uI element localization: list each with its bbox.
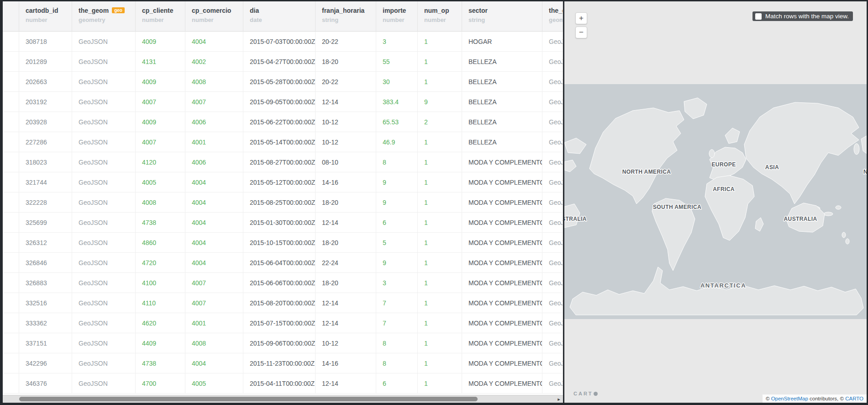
cell-sector[interactable]: MODA Y COMPLEMENTOS [462, 293, 542, 313]
cell-cp_cliente[interactable]: 4008 [136, 192, 185, 213]
cell-dia[interactable]: 2015-05-12T00:00:00Z [243, 172, 316, 192]
cell-sector[interactable]: MODA Y COMPLEMENTOS [462, 152, 542, 172]
cell-num_op[interactable]: 9 [418, 92, 462, 112]
column-header-cartodb_id[interactable]: cartodb_idnumber [19, 1, 72, 32]
cell-cp_comercio[interactable]: 4006 [185, 112, 243, 132]
cell-cp_cliente[interactable]: 4738 [136, 353, 185, 373]
cell-the_g[interactable]: GeoJS [542, 52, 563, 72]
cell-importe[interactable]: 3 [376, 32, 418, 52]
cell-cp_cliente[interactable]: 4009 [136, 32, 185, 52]
cell-the_g[interactable]: GeoJS [542, 293, 563, 313]
cell-the_g[interactable]: GeoJS [542, 213, 563, 233]
cell-cp_cliente[interactable]: 4700 [136, 373, 185, 394]
column-header-importe[interactable]: importenumber [376, 1, 418, 32]
cell-sector[interactable]: MODA Y COMPLEMENTOS [462, 313, 542, 333]
cell-cartodb_id[interactable]: 308718 [19, 32, 72, 52]
cell-the_geom[interactable]: GeoJSON [72, 72, 136, 92]
cell-sector[interactable]: MODA Y COMPLEMENTOS [462, 333, 542, 353]
cell-dia[interactable]: 2015-09-05T00:00:00Z [243, 92, 316, 112]
cell-dia[interactable]: 2015-05-14T00:00:00Z [243, 132, 316, 152]
cell-num_op[interactable]: 1 [418, 353, 462, 373]
cell-dia[interactable]: 2015-01-30T00:00:00Z [243, 213, 316, 233]
cell-num_op[interactable]: 1 [418, 132, 462, 152]
cell-the_g[interactable]: GeoJS [542, 172, 563, 192]
cell-num_op[interactable]: 1 [418, 213, 462, 233]
cell-num_op[interactable]: 1 [418, 192, 462, 213]
cell-the_g[interactable]: GeoJS [542, 253, 563, 273]
cell-cp_comercio[interactable]: 4002 [185, 52, 243, 72]
cell-cp_cliente[interactable]: 4100 [136, 273, 185, 293]
cell-cartodb_id[interactable]: 203192 [19, 92, 72, 112]
cell-importe[interactable]: 7 [376, 313, 418, 333]
cell-cp_comercio[interactable]: 4004 [185, 213, 243, 233]
cell-dia[interactable]: 2015-08-25T00:00:00Z [243, 192, 316, 213]
cell-cp_cliente[interactable]: 4738 [136, 213, 185, 233]
cell-cp_comercio[interactable]: 4006 [185, 152, 243, 172]
cell-cartodb_id[interactable]: 342296 [19, 353, 72, 373]
cell-cartodb_id[interactable]: 326846 [19, 253, 72, 273]
cell-dia[interactable]: 2015-11-23T00:00:00Z [243, 353, 316, 373]
cell-cartodb_id[interactable]: 346376 [19, 373, 72, 394]
scrollbar-thumb[interactable] [19, 397, 478, 401]
cell-the_g[interactable]: GeoJS [542, 192, 563, 213]
cell-cartodb_id[interactable]: 321744 [19, 172, 72, 192]
cell-num_op[interactable]: 1 [418, 52, 462, 72]
cell-cp_comercio[interactable]: 4007 [185, 92, 243, 112]
cell-sector[interactable]: BELLEZA [462, 92, 542, 112]
cell-importe[interactable]: 3 [376, 273, 418, 293]
cell-franja_horaria[interactable]: 10-12 [316, 132, 376, 152]
cell-cp_comercio[interactable]: 4001 [185, 132, 243, 152]
cell-cp_cliente[interactable]: 4131 [136, 52, 185, 72]
zoom-out-button[interactable]: − [575, 27, 587, 38]
cell-the_geom[interactable]: GeoJSON [72, 152, 136, 172]
cell-the_g[interactable]: GeoJS [542, 112, 563, 132]
zoom-in-button[interactable]: + [575, 12, 587, 24]
cell-the_geom[interactable]: GeoJSON [72, 313, 136, 333]
cell-importe[interactable]: 6 [376, 213, 418, 233]
cell-dia[interactable]: 2015-08-20T00:00:00Z [243, 293, 316, 313]
cell-importe[interactable]: 65.53 [376, 112, 418, 132]
cell-franja_horaria[interactable]: 12-14 [316, 92, 376, 112]
cell-the_g[interactable]: GeoJS [542, 273, 563, 293]
cell-sector[interactable]: BELLEZA [462, 52, 542, 72]
cell-num_op[interactable]: 1 [418, 233, 462, 253]
cell-franja_horaria[interactable]: 10-12 [316, 112, 376, 132]
cell-cp_cliente[interactable]: 4009 [136, 112, 185, 132]
cell-dia[interactable]: 2015-07-03T00:00:00Z [243, 32, 316, 52]
cell-cp_comercio[interactable]: 4001 [185, 313, 243, 333]
cell-the_geom[interactable]: GeoJSON [72, 112, 136, 132]
cell-cp_comercio[interactable]: 4007 [185, 273, 243, 293]
cell-sector[interactable]: MODA Y COMPLEMENTOS [462, 192, 542, 213]
cell-the_g[interactable]: GeoJS [542, 373, 563, 394]
cell-franja_horaria[interactable]: 18-20 [316, 52, 376, 72]
cell-the_geom[interactable]: GeoJSON [72, 273, 136, 293]
horizontal-scrollbar[interactable]: ▸ [3, 395, 563, 403]
cell-cp_cliente[interactable]: 4120 [136, 152, 185, 172]
cell-importe[interactable]: 9 [376, 172, 418, 192]
column-header-num_op[interactable]: num_opnumber [418, 1, 462, 32]
cell-num_op[interactable]: 1 [418, 172, 462, 192]
cell-the_g[interactable]: GeoJS [542, 233, 563, 253]
cell-the_geom[interactable]: GeoJSON [72, 253, 136, 273]
cell-the_g[interactable]: GeoJS [542, 313, 563, 333]
cell-cartodb_id[interactable]: 333362 [19, 313, 72, 333]
cell-dia[interactable]: 2015-06-04T00:00:00Z [243, 253, 316, 273]
cell-cartodb_id[interactable]: 203928 [19, 112, 72, 132]
cell-sector[interactable]: MODA Y COMPLEMENTOS [462, 273, 542, 293]
cell-the_g[interactable]: GeoJS [542, 132, 563, 152]
column-header-dia[interactable]: diadate [243, 1, 316, 32]
map-canvas[interactable]: NORTH AMERICA EUROPE ASIA AFRICA SOUTH A… [564, 1, 867, 403]
cell-franja_horaria[interactable]: 18-20 [316, 192, 376, 213]
cell-num_op[interactable]: 1 [418, 32, 462, 52]
cell-dia[interactable]: 2015-07-15T00:00:00Z [243, 313, 316, 333]
cell-the_g[interactable]: GeoJS [542, 152, 563, 172]
cell-franja_horaria[interactable]: 22-24 [316, 253, 376, 273]
cell-cp_cliente[interactable]: 4110 [136, 293, 185, 313]
cell-dia[interactable]: 2015-06-22T00:00:00Z [243, 112, 316, 132]
cell-cp_cliente[interactable]: 4409 [136, 333, 185, 353]
cell-the_geom[interactable]: GeoJSON [72, 172, 136, 192]
cell-cartodb_id[interactable]: 202663 [19, 72, 72, 92]
cell-cartodb_id[interactable]: 318023 [19, 152, 72, 172]
cell-cp_cliente[interactable]: 4007 [136, 132, 185, 152]
cell-cartodb_id[interactable]: 227286 [19, 132, 72, 152]
